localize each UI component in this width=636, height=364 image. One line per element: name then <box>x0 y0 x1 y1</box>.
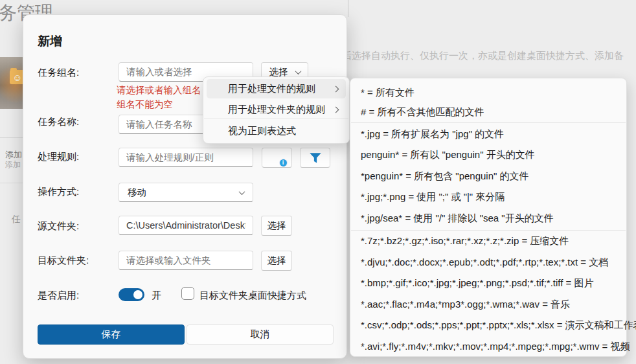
background-divider <box>0 137 23 138</box>
submenu-item[interactable]: *.jpg = 所有扩展名为 "jpg" 的文件 <box>350 124 626 145</box>
rule-label: 处理规则: <box>38 151 79 163</box>
submenu-item[interactable]: *.aac;*.flac;*.m4a;*mp3*.ogg;*.wma;*.wav… <box>350 294 626 315</box>
background-panel-edge <box>348 0 348 17</box>
operation-value: 移动 <box>128 187 146 199</box>
chevron-right-icon <box>333 106 339 113</box>
smiley-glyph: ☺ <box>12 73 22 82</box>
submenu-item[interactable]: * = 所有文件 <box>350 83 626 102</box>
submenu-item[interactable]: *.csv;*.odp;*.ods;*.pps;*.ppt;*.pptx;*.x… <box>350 315 626 337</box>
source-folder-select-button[interactable]: 选择 <box>261 216 292 236</box>
rule-examples-submenu: * = 所有文件 # = 所有不含其他匹配的文件 *.jpg = 所有扩展名为 … <box>350 78 627 357</box>
menu-item-regex[interactable]: 视为正则表达式 <box>207 121 346 141</box>
background-hint-text: 后选择自动执行、仅执行一次，亦或是创建桌面快捷方式、添加备 <box>342 50 624 62</box>
operation-dropdown[interactable]: 移动 <box>119 183 253 202</box>
target-folder-label: 目标文件夹: <box>38 255 89 267</box>
select-button-label: 选择 <box>267 255 286 267</box>
desktop-shortcut-label: 目标文件夹桌面快捷方式 <box>199 290 306 302</box>
database-rules-icon: i <box>269 151 285 165</box>
submenu-item[interactable]: *.avi;*.fly;*.m4v;*.mkv;*.mov;*.mp4;*.mp… <box>350 336 626 358</box>
source-folder-label: 源文件夹: <box>38 220 79 233</box>
chevron-down-icon <box>295 68 301 74</box>
submenu-item[interactable]: *.djvu;*.doc;*.docx;*.epub;*.odt;*.pdf;*… <box>350 252 626 273</box>
submenu-item[interactable]: *.7z;*.bz2;*.gz;*.iso;*.rar;*.xz;*.z;*.z… <box>350 231 626 253</box>
submenu-separator <box>351 230 626 231</box>
operation-label: 操作方式: <box>38 186 79 198</box>
enabled-toggle[interactable] <box>119 288 144 301</box>
menu-item-folder-rules[interactable]: 用于处理文件夹的规则 <box>207 100 346 119</box>
toggle-knob <box>133 290 142 299</box>
save-button[interactable]: 保存 <box>38 324 185 345</box>
rule-context-menu: 用于处理文件的规则 用于处理文件夹的规则 视为正则表达式 <box>203 76 350 144</box>
submenu-item[interactable]: *.jpg;*.png = 使用 ";" 或 "|" 來分隔 <box>350 187 626 209</box>
enabled-label: 是否启用: <box>38 290 79 302</box>
new-task-dialog: 新增 任务组名: 选择 请选择或者输入组名 组名不能为空 任务名称: 处理规则:… <box>23 14 347 359</box>
rule-filter-button[interactable] <box>300 148 330 168</box>
toggle-state-label: 开 <box>152 290 161 302</box>
rule-presets-button[interactable]: i <box>262 148 292 168</box>
dialog-title: 新增 <box>38 33 62 50</box>
menu-separator <box>204 119 348 119</box>
submenu-item[interactable]: *.jpg/sea* = 使用 "/" 排除以 "sea "开头的文件 <box>350 208 626 229</box>
target-folder-input[interactable] <box>119 251 253 270</box>
info-badge-icon: i <box>279 159 288 167</box>
background-divider <box>0 183 23 183</box>
background-task-text: 任 <box>12 214 21 225</box>
menu-item-file-rules[interactable]: 用于处理文件的规则 <box>207 79 346 98</box>
menu-item-label: 用于处理文件夹的规则 <box>228 104 325 116</box>
desktop-shortcut-checkbox[interactable] <box>181 287 194 300</box>
menu-item-label: 视为正则表达式 <box>228 125 296 137</box>
target-folder-select-button[interactable]: 选择 <box>261 251 292 271</box>
submenu-separator <box>351 122 626 123</box>
error-message-line2: 组名不能为空 <box>117 98 173 111</box>
chevron-down-icon <box>239 188 245 195</box>
task-name-label: 任务名称: <box>38 116 79 128</box>
background-add-subtext: 添加 <box>5 159 21 170</box>
submenu-item[interactable]: *.bmp;*.gif;*.ico;*.jpg;*.jpeg;*.png;*.p… <box>350 273 626 295</box>
menu-item-label: 用于处理文件的规则 <box>228 83 315 95</box>
error-message-line1: 请选择或者输入组名 <box>117 84 201 97</box>
cancel-button[interactable]: 取消 <box>187 324 334 345</box>
filter-funnel-icon <box>308 151 323 165</box>
group-name-label: 任务组名: <box>38 67 79 79</box>
rule-input[interactable] <box>119 148 253 167</box>
submenu-item[interactable]: # = 所有不含其他匹配的文件 <box>350 102 626 122</box>
source-folder-input[interactable] <box>119 216 253 235</box>
background-thumbnail-image: ☺ <box>0 57 26 109</box>
chevron-right-icon <box>333 85 339 92</box>
select-button-label: 选择 <box>267 220 286 232</box>
submenu-item[interactable]: *penguin* = 所有包含 "penguin" 的文件 <box>350 166 626 187</box>
submenu-item[interactable]: penguin* = 所有以 "penguin" 开头的文件 <box>350 145 626 166</box>
